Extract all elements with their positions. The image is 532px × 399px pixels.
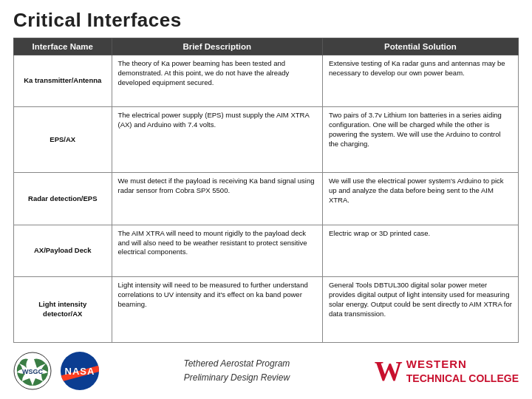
wsgc-logo: WSGC xyxy=(13,352,52,390)
western-line2: Technical College xyxy=(406,372,519,385)
western-line1: Western xyxy=(406,357,519,372)
brief-desc-cell: The electrical power supply (EPS) must s… xyxy=(112,107,322,173)
brief-desc-cell: Light intensity will need to be measured… xyxy=(112,277,322,343)
footer: WSGC NASA Tethered Aerostat Program Prel… xyxy=(13,349,519,393)
col-header-name: Interface Name xyxy=(14,38,112,55)
western-name: Western Technical College xyxy=(406,357,519,385)
interface-name-cell: Radar detection/EPS xyxy=(14,173,112,225)
potential-solution-cell: Two pairs of 3.7v Lithium Ion batteries … xyxy=(322,107,518,173)
table-row: Light intensity detector/AXLight intensi… xyxy=(14,277,519,343)
svg-text:WSGC: WSGC xyxy=(22,368,43,375)
potential-solution-cell: We will use the electrical power system'… xyxy=(322,173,518,225)
table-row: Ka transmitter/AntennaThe theory of Ka p… xyxy=(14,55,519,107)
western-text-block: Western Technical College xyxy=(406,357,519,385)
table-row: EPS/AXThe electrical power supply (EPS) … xyxy=(14,107,519,173)
table-row: Radar detection/EPSWe must detect if the… xyxy=(14,173,519,225)
page-title: Critical Interfaces xyxy=(13,9,519,32)
footer-program-text: Tethered Aerostat Program Preliminary De… xyxy=(99,357,375,385)
nasa-text: NASA xyxy=(65,366,95,377)
western-w-letter: W xyxy=(375,357,403,385)
interface-name-cell: AX/Payload Deck xyxy=(14,225,112,276)
col-header-brief: Brief Description xyxy=(112,38,322,55)
brief-desc-cell: The theory of Ka power beaming has been … xyxy=(112,55,322,107)
table-row: AX/Payload DeckThe AIM XTRA will need to… xyxy=(14,225,519,276)
interface-name-cell: EPS/AX xyxy=(14,107,112,173)
logos-left: WSGC NASA xyxy=(13,352,99,390)
western-college-logo: W Western Technical College xyxy=(375,357,519,385)
potential-solution-cell: Electric wrap or 3D printed case. xyxy=(322,225,518,276)
col-header-solution: Potential Solution xyxy=(322,38,518,55)
program-line2: Preliminary Design Review xyxy=(99,371,375,385)
program-line1: Tethered Aerostat Program xyxy=(99,357,375,371)
interface-name-cell: Ka transmitter/Antenna xyxy=(14,55,112,107)
interface-name-cell: Light intensity detector/AX xyxy=(14,277,112,343)
nasa-logo: NASA xyxy=(61,352,99,390)
brief-desc-cell: We must detect if the payload is receivi… xyxy=(112,173,322,225)
page: Critical Interfaces Interface Name Brief… xyxy=(0,0,532,399)
potential-solution-cell: General Tools DBTUL300 digital solar pow… xyxy=(322,277,518,343)
interfaces-table: Interface Name Brief Description Potenti… xyxy=(13,38,519,343)
potential-solution-cell: Extensive testing of Ka radar guns and a… xyxy=(322,55,518,107)
brief-desc-cell: The AIM XTRA will need to mount rigidly … xyxy=(112,225,322,276)
